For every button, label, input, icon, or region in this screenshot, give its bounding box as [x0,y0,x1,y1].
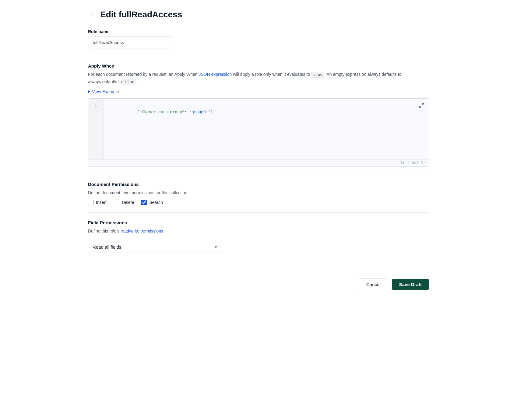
role-name-section: Role name [88,29,429,48]
apply-when-description: For each document returned by a request,… [88,71,429,86]
true-code-2: true [123,79,136,85]
apply-when-desc-post: . An empty expression always defaults to [324,72,401,77]
insert-checkbox-label[interactable]: Insert [88,200,107,205]
expand-icon [419,103,424,108]
view-example-button[interactable]: View Example [88,89,119,94]
page-title: Edit fullReadAccess [100,10,182,19]
ln-col-status: Ln 1 Col 31 [401,161,425,165]
divider-3 [88,212,429,213]
apply-when-defaults-text: always defaults to [88,79,123,84]
document-permissions-section: Document Permissions Define document-lev… [88,182,429,205]
divider-1 [88,56,429,56]
code-line-1: {"%%user.data.group": "group01"} [108,102,424,122]
true-code-1: true [311,72,324,78]
header-row: ← Edit fullReadAccess [88,10,429,19]
close-brace: } [211,110,213,114]
field-permissions-desc: Define this role's read/write permission… [88,228,429,234]
delete-checkbox-label[interactable]: Delete [114,200,134,205]
back-button[interactable]: ← [88,10,97,19]
json-value: "group01" [189,110,210,114]
apply-when-section: Apply When For each document returned by… [88,63,429,167]
divider-2 [88,174,429,174]
read-write-permissions-link[interactable]: read/write permissions [121,229,163,233]
action-bar: Cancel Save Draft [88,271,429,290]
json-expression-link[interactable]: JSON expression [199,72,232,77]
insert-label: Insert [96,200,107,205]
back-arrow-icon: ← [89,11,95,18]
field-permissions-desc-pre: Define this role's [88,229,121,233]
chevron-right-icon [88,90,90,93]
apply-when-title: Apply When [88,63,429,68]
field-permissions-title: Field Permissions [88,220,429,225]
delete-label: Delete [122,200,134,205]
view-example-label: View Example [92,89,119,94]
document-permissions-title: Document Permissions [88,182,429,187]
line-numbers: 1 [88,99,104,159]
role-name-input[interactable] [88,37,173,48]
colon: : [185,110,189,114]
line-num-1: 1 [91,102,101,109]
expand-button[interactable] [418,102,426,110]
code-status-bar: Ln 1 Col 31 [88,159,429,166]
field-permissions-select[interactable]: Read all fields Write all fields Read sp… [88,241,222,253]
document-permissions-desc: Define document-level permissions for th… [88,189,429,196]
apply-when-desc-mid: will apply a role only when it evaluates… [232,72,311,77]
role-name-label: Role name [88,29,429,34]
cancel-button[interactable]: Cancel [359,278,388,290]
save-draft-button[interactable]: Save Draft [392,279,429,290]
code-editor[interactable]: 1 {"%%user.data.group": "group01"} Ln 1 [88,98,429,167]
code-editor-inner: 1 {"%%user.data.group": "group01"} [88,99,429,159]
search-checkbox-label[interactable]: Search [141,200,163,205]
json-key: "%%user.data.group" [139,110,184,114]
apply-when-period: . [136,79,137,84]
field-permissions-select-wrapper: Read all fields Write all fields Read sp… [88,241,222,253]
permissions-row: Insert Delete Search [88,200,429,205]
insert-checkbox[interactable] [88,200,93,205]
field-permissions-section: Field Permissions Define this role's rea… [88,220,429,253]
search-checkbox[interactable] [141,200,147,205]
delete-checkbox[interactable] [114,200,119,205]
search-label: Search [149,200,163,205]
apply-when-desc-pre: For each document returned by a request,… [88,72,199,77]
code-content[interactable]: {"%%user.data.group": "group01"} [104,99,429,159]
page-container: ← Edit fullReadAccess Role name Apply Wh… [76,0,441,300]
